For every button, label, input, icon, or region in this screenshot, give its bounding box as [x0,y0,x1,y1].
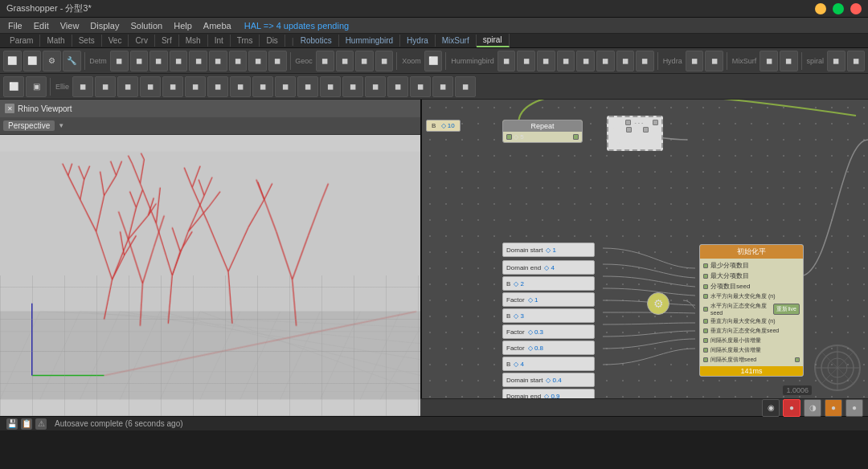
toolbar2-btn-16[interactable]: ◼ [365,76,386,97]
toolbar2-btn-2[interactable]: ▣ [26,76,47,97]
toolbar-btn-17[interactable]: ◼ [375,51,394,71]
toolbar2-btn-5[interactable]: ◼ [117,76,138,97]
factor1-node[interactable]: Factor ◇ 1 [502,292,595,307]
view-btn[interactable]: ◑ [804,399,821,417]
tab-sets[interactable]: Sets [72,35,102,47]
settings-btn-r1[interactable]: ◉ [762,399,780,417]
toolbar-btn-16[interactable]: ◼ [355,51,374,71]
domain-start-1-node[interactable]: Domain start ◇ 1 [502,243,595,257]
menu-ameba[interactable]: Ameba [199,19,236,32]
toolbar2-btn-10[interactable]: ◼ [230,76,251,97]
toolbar2-btn-6[interactable]: ◼ [140,76,161,97]
maximize-button[interactable] [833,3,844,14]
toolbar-btn-24[interactable]: ◼ [596,51,615,71]
viewport-canvas[interactable] [0,135,420,416]
orange-btn[interactable]: ● [825,399,842,417]
toolbar2-btn-3[interactable]: ◼ [72,76,93,97]
toolbar2-btn-7[interactable]: ◼ [162,76,183,97]
viewport-view-selector[interactable]: Perspective ▼ [3,120,64,131]
toolbar2-btn-11[interactable]: ◼ [252,76,273,97]
tab-srf[interactable]: Srf [155,35,179,47]
toolbar2-btn-18[interactable]: ◼ [410,76,431,97]
toolbar-btn-19[interactable]: ◼ [497,51,516,71]
viewport-perspective-label[interactable]: Perspective [3,120,55,131]
domain-end-1-node[interactable]: Domain end ◇ 4 [502,260,595,275]
menu-view[interactable]: View [55,19,84,32]
toolbar-btn-1[interactable]: ⬜ [3,51,22,71]
toolbar2-btn-8[interactable]: ◼ [185,76,206,97]
toolbar-btn-25[interactable]: ◼ [616,51,635,71]
b1-node[interactable]: B ◇ 2 [502,276,595,291]
menu-solution[interactable]: Solution [125,19,167,32]
toolbar-btn-22[interactable]: ◼ [557,51,575,71]
tab-crv[interactable]: Crv [129,35,155,47]
tab-math[interactable]: Math [40,35,72,47]
cn-node-main[interactable]: 初始化平 最少分项数目 最大分项数目 分项数目seed 水平方向最大变化角度 (… [699,244,804,377]
tab-hydra[interactable]: Hydra [400,35,436,47]
toolbar2-btn-15[interactable]: ◼ [342,76,363,97]
toolbar-btn-5[interactable]: ◼ [110,51,129,71]
toolbar-btn-10[interactable]: ◼ [209,51,227,71]
menu-display[interactable]: Display [85,19,124,32]
toolbar-btn-4[interactable]: 🔧 [63,51,81,71]
toolbar2-btn-17[interactable]: ◼ [387,76,408,97]
tab-vec[interactable]: Vec [102,35,129,47]
close-button[interactable] [850,3,862,14]
toolbar-btn-21[interactable]: ◼ [537,51,555,71]
toolbar-btn-6[interactable]: ◼ [130,51,149,71]
toolbar-btn-29[interactable]: ◼ [760,51,778,71]
toolbar-btn-3[interactable]: ⚙ [43,51,61,71]
tab-robotics[interactable]: Robotics [294,35,339,47]
toolbar-btn-15[interactable]: ◼ [336,51,354,71]
viewport-close-button[interactable]: ✕ [5,104,14,113]
repeat-node[interactable]: Repeat ◇ 5 [502,120,583,143]
hal-updates-label[interactable]: HAL => 4 updates pending [244,21,349,31]
menu-edit[interactable]: Edit [29,19,54,32]
toolbar-btn-20[interactable]: ◼ [517,51,535,71]
toolbar2-btn-9[interactable]: ◼ [207,76,228,97]
toolbar-btn-13[interactable]: ◼ [268,51,287,71]
toolbar-btn-7[interactable]: ◼ [149,51,168,71]
toolbar-btn-27[interactable]: ◼ [686,51,704,71]
toolbar2-btn-20[interactable]: ◼ [455,76,476,97]
domain-start-2-node[interactable]: Domain start ◇ 0.4 [502,373,595,387]
toolbar2-btn-13[interactable]: ◼ [297,76,318,97]
toolbar2-btn-19[interactable]: ◼ [432,76,453,97]
factor2-node[interactable]: Factor ◇ 0.3 [502,324,595,339]
gray-btn[interactable]: ● [845,399,863,417]
toolbar-btn-18[interactable]: ⬜ [424,51,443,71]
toolbar2-btn-12[interactable]: ◼ [275,76,296,97]
tab-param[interactable]: Param [3,35,40,47]
toolbar-btn-2[interactable]: ⬜ [23,51,42,71]
tab-msh[interactable]: Msh [179,35,208,47]
tab-hummingbird[interactable]: Hummingbird [339,35,400,47]
toolbar-btn-30[interactable]: ◼ [780,51,798,71]
alert-btn[interactable]: ● [783,399,800,417]
tab-spiral[interactable]: spiral [477,34,510,47]
settings-node[interactable]: ⚙ [647,292,669,315]
tab-int[interactable]: Int [208,35,231,47]
domain-end-2-node[interactable]: Domain end ◇ 0.9 [502,389,595,398]
tab-dis[interactable]: Dis [260,35,285,47]
cn-live-btn[interactable]: 重新live [773,304,800,315]
factor3-node[interactable]: Factor ◇ 0.8 [502,341,595,355]
toolbar-btn-32[interactable]: ◼ [847,51,866,71]
toolbar-btn-28[interactable]: ◼ [705,51,723,71]
toolbar2-btn-14[interactable]: ◼ [320,76,341,97]
b2-node[interactable]: B ◇ 3 [502,308,595,323]
toolbar-btn-26[interactable]: ◼ [636,51,654,71]
toolbar-btn-8[interactable]: ◼ [170,51,188,71]
tab-mixsurf[interactable]: MixSurf [436,35,477,47]
node-b-top[interactable]: B ◇ 10 [426,120,461,132]
logic-node[interactable]: N - - - T E D0 C D0 D0 [607,116,663,151]
tab-trns[interactable]: Trns [231,35,260,47]
b3-node[interactable]: B ◇ 4 [502,357,595,371]
node-editor[interactable]: B ◇ 10 Repeat ◇ 5 N - - - T [422,100,868,398]
toolbar-btn-9[interactable]: ◼ [189,51,207,71]
minimize-button[interactable] [815,3,826,14]
toolbar-btn-31[interactable]: ◼ [827,51,845,71]
toolbar2-btn-1[interactable]: ⬜ [3,76,24,97]
toolbar-btn-12[interactable]: ◼ [248,51,267,71]
toolbar-btn-23[interactable]: ◼ [576,51,595,71]
menu-help[interactable]: Help [169,19,197,32]
